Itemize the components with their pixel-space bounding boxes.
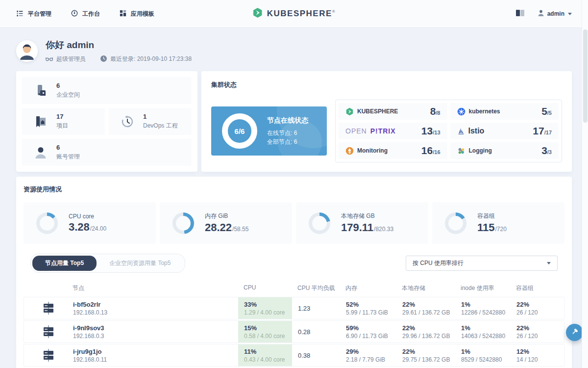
node-online-panel[interactable]: 6/6 节点在线状态 在线节点: 6 全部节点: 6	[211, 106, 327, 156]
role-icon	[46, 56, 53, 63]
app-grid-icon	[120, 10, 126, 18]
istio-icon: Istio	[457, 127, 485, 135]
overview-cards-row: 6 企业空间 17 项目 1 DevOps 工程	[16, 71, 572, 172]
component-count: 5	[541, 105, 547, 117]
col-cpu: CPU	[238, 284, 292, 292]
tab-node-usage[interactable]: 节点用量 Top5	[32, 256, 97, 271]
node-name: i-9nl9sov3	[73, 324, 238, 332]
cpu-donut	[36, 212, 58, 234]
chevron-down-icon	[547, 262, 551, 264]
online-nodes-label: 在线节点: 6	[267, 129, 308, 137]
nav-label: 应用模板	[131, 10, 154, 18]
component-istio[interactable]: Istio 17/17	[450, 123, 559, 139]
workbench-icon	[71, 10, 78, 18]
stat-value: 6	[56, 82, 80, 89]
scrollbar-thumb[interactable]	[583, 29, 588, 123]
gauge-memory[interactable]: 内存 GiB 28.22/58.55	[160, 202, 292, 244]
username: admin	[547, 10, 564, 17]
cluster-status-card: 集群状态 6/6 节点在线状态 在线节点: 6 全部节点: 6 KU	[201, 71, 572, 172]
gauge-pods[interactable]: 容器组 115/720	[432, 202, 564, 244]
kubesphere-logo[interactable]: KUBESPHERE®	[252, 7, 336, 20]
stat-devops[interactable]: 1 DevOps 工程	[109, 108, 192, 135]
workspace-icon	[34, 84, 48, 97]
storage-donut	[309, 212, 330, 234]
sort-by-select[interactable]: 按 CPU 使用率排行	[406, 256, 558, 271]
component-openpitrix[interactable]: OPENP!TRIX 13/13	[339, 123, 447, 139]
gauge-cpu[interactable]: CPU core 3.28/24.00	[24, 202, 156, 244]
nav-app-templates[interactable]: 应用模板	[120, 10, 154, 18]
nav-workbench[interactable]: 工作台	[71, 10, 100, 18]
node-ip: 192.168.0.11	[73, 356, 238, 363]
gauge-used: 3.28	[69, 221, 90, 234]
cpu-usage-cell: 11% 0.43 / 4.00 core	[238, 344, 292, 366]
gauge-label: 内存 GiB	[205, 212, 248, 220]
stat-value: 1	[143, 113, 178, 120]
gauge-total: /58.55	[232, 226, 248, 233]
header-right: admin	[516, 9, 572, 18]
component-logging[interactable]: Logging 3/3	[450, 142, 559, 159]
scrollbar[interactable]	[582, 0, 588, 368]
storage-cell: 22% 29.75 / 136.72 GB	[396, 344, 455, 366]
col-inode: inode 使用率	[455, 284, 510, 292]
devops-icon	[121, 115, 134, 128]
gauge-label: 容器组	[477, 212, 507, 220]
cluster-status-title: 集群状态	[211, 80, 562, 89]
node-name: i-bf5o2rlr	[73, 301, 238, 308]
stat-projects[interactable]: 17 项目	[22, 108, 105, 135]
toolbox-button[interactable]	[566, 324, 583, 341]
top5-tab-group: 节点用量 Top5 企业空间资源用量 Top5	[30, 254, 185, 273]
component-count: 3	[541, 145, 547, 157]
stat-label: 账号管理	[56, 153, 80, 161]
greeting-text: 你好 admin 超级管理员 最近登录: 2019-09-10 17:23:38	[46, 39, 192, 63]
nav-label: 工作台	[82, 10, 100, 18]
node-online-donut: 6/6	[222, 113, 257, 149]
table-row[interactable]: i-jru9g1jo 192.168.0.11 11% 0.43 / 4.00 …	[24, 344, 564, 367]
chevron-down-icon	[568, 13, 572, 15]
stat-label: 项目	[56, 122, 68, 130]
openpitrix-logo: OPENP!TRIX	[345, 127, 396, 135]
table-row[interactable]: i-9nl9sov3 192.168.0.3 15% 0.58 / 4.00 c…	[24, 320, 564, 343]
table-row[interactable]: i-bf5o2rlr 192.168.0.13 33% 1.29 / 4.00 …	[24, 297, 564, 319]
avatar	[16, 40, 38, 62]
kubesphere-icon: KUBESPHERE	[345, 107, 398, 116]
pods-cell: 22% 26 / 120	[511, 321, 564, 342]
col-node: 节点	[73, 284, 238, 292]
user-menu[interactable]: admin	[538, 10, 572, 18]
node-icon	[24, 321, 73, 342]
user-role: 超级管理员	[46, 55, 86, 63]
component-count: 17	[533, 125, 544, 137]
memory-cell: 59% 6.90 / 11.73 GiB	[340, 321, 396, 342]
clock-icon	[100, 55, 107, 63]
gauge-total: /720	[495, 226, 507, 233]
hammer-icon	[570, 327, 579, 338]
col-spacer	[24, 284, 73, 292]
col-storage: 本地存储	[396, 284, 455, 292]
nav-platform-management[interactable]: 平台管理	[16, 10, 51, 18]
total-nodes-label: 全部节点: 6	[267, 137, 308, 146]
docs-icon[interactable]	[516, 9, 524, 18]
inode-cell: 1% 14063 / 5242880	[455, 321, 511, 342]
cpu-load-cell: 0.38	[292, 344, 340, 366]
stat-workspaces[interactable]: 6 企业空间	[22, 77, 192, 104]
node-ip: 192.168.0.13	[73, 309, 238, 316]
components-grid: KUBESPHERE 8/8 kubernetes 5/5 OPENP!TRIX…	[335, 100, 562, 162]
gauge-storage[interactable]: 本地存储 GB 179.11/820.33	[296, 202, 428, 244]
node-status-title: 节点在线状态	[267, 116, 308, 125]
cpu-usage-cell: 33% 1.29 / 4.00 core	[238, 297, 292, 319]
cpu-usage-cell: 15% 0.58 / 4.00 core	[238, 321, 292, 342]
component-count: 13	[421, 125, 433, 137]
stat-accounts[interactable]: 6 账号管理	[22, 139, 192, 166]
gauge-used: 28.22	[205, 221, 232, 234]
component-kubesphere[interactable]: KUBESPHERE 8/8	[339, 103, 447, 120]
logging-icon: Logging	[457, 147, 492, 155]
table-header: 节点 CPU CPU 平均负载 内存 本地存储 inode 使用率 容器组	[24, 280, 564, 297]
stat-value: 6	[56, 144, 80, 151]
component-kubernetes[interactable]: kubernetes 5/5	[450, 103, 559, 120]
stat-label: 企业空间	[56, 91, 80, 99]
quick-stats-card: 6 企业空间 17 项目 1 DevOps 工程	[16, 71, 197, 172]
gauge-used: 179.11	[341, 221, 373, 234]
component-monitoring[interactable]: Monitoring 16/16	[339, 142, 447, 159]
pods-cell: 12% 14 / 120	[511, 344, 564, 366]
registered-mark: ®	[332, 9, 336, 14]
tab-workspace-usage[interactable]: 企业空间资源用量 Top5	[97, 256, 183, 271]
